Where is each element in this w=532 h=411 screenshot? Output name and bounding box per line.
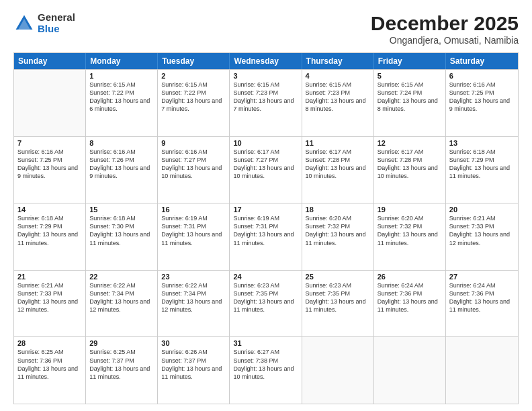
- logo: General Blue: [13, 12, 75, 34]
- day-number: 3: [233, 72, 298, 80]
- cal-week-3: 21Sunrise: 6:21 AMSunset: 7:33 PMDayligh…: [14, 270, 518, 337]
- day-number: 20: [449, 205, 515, 214]
- cell-info: Sunrise: 6:15 AMSunset: 7:24 PMDaylight:…: [378, 81, 442, 113]
- cal-cell: 7Sunrise: 6:16 AMSunset: 7:25 PMDaylight…: [14, 137, 86, 203]
- day-number: 10: [233, 139, 298, 147]
- cell-info: Sunrise: 6:25 AMSunset: 7:36 PMDaylight:…: [17, 348, 82, 381]
- calendar: SundayMondayTuesdayWednesdayThursdayFrid…: [13, 52, 519, 404]
- cell-info: Sunrise: 6:16 AMSunset: 7:26 PMDaylight:…: [89, 148, 154, 181]
- day-number: 23: [161, 273, 226, 281]
- day-number: 29: [89, 339, 154, 347]
- cal-cell: 13Sunrise: 6:18 AMSunset: 7:29 PMDayligh…: [446, 137, 518, 203]
- day-number: 4: [306, 72, 370, 80]
- cal-week-0: 1Sunrise: 6:15 AMSunset: 7:22 PMDaylight…: [14, 69, 518, 136]
- cal-cell: 26Sunrise: 6:24 AMSunset: 7:36 PMDayligh…: [374, 271, 446, 337]
- cal-cell: 4Sunrise: 6:15 AMSunset: 7:23 PMDaylight…: [302, 70, 374, 136]
- day-number: 1: [89, 72, 154, 80]
- cal-cell: [446, 337, 518, 404]
- cell-info: Sunrise: 6:16 AMSunset: 7:27 PMDaylight:…: [161, 148, 226, 181]
- cal-cell: 3Sunrise: 6:15 AMSunset: 7:23 PMDaylight…: [230, 70, 302, 136]
- day-number: 26: [378, 273, 442, 281]
- cell-info: Sunrise: 6:24 AMSunset: 7:36 PMDaylight:…: [378, 281, 442, 314]
- cal-cell: 9Sunrise: 6:16 AMSunset: 7:27 PMDaylight…: [158, 137, 230, 203]
- cal-cell: 19Sunrise: 6:20 AMSunset: 7:32 PMDayligh…: [374, 203, 446, 270]
- logo-icon: [13, 13, 35, 34]
- cal-cell: 23Sunrise: 6:22 AMSunset: 7:34 PMDayligh…: [158, 271, 230, 337]
- day-number: 2: [161, 72, 226, 80]
- day-number: 13: [449, 139, 515, 147]
- cal-cell: [374, 337, 446, 404]
- cell-info: Sunrise: 6:15 AMSunset: 7:23 PMDaylight:…: [306, 81, 370, 113]
- cal-cell: 15Sunrise: 6:18 AMSunset: 7:30 PMDayligh…: [86, 203, 158, 270]
- cell-info: Sunrise: 6:19 AMSunset: 7:31 PMDaylight:…: [161, 214, 226, 247]
- header: General Blue December 2025 Ongandjera, O…: [13, 12, 519, 46]
- day-number: 21: [17, 273, 82, 281]
- calendar-header: SundayMondayTuesdayWednesdayThursdayFrid…: [14, 53, 518, 69]
- cell-info: Sunrise: 6:23 AMSunset: 7:35 PMDaylight:…: [233, 281, 298, 314]
- cal-cell: 11Sunrise: 6:17 AMSunset: 7:28 PMDayligh…: [302, 137, 374, 203]
- cal-cell: 21Sunrise: 6:21 AMSunset: 7:33 PMDayligh…: [14, 271, 86, 337]
- day-number: 19: [378, 205, 442, 214]
- cell-info: Sunrise: 6:22 AMSunset: 7:34 PMDaylight:…: [89, 281, 154, 314]
- cal-cell: 24Sunrise: 6:23 AMSunset: 7:35 PMDayligh…: [230, 271, 302, 337]
- cell-info: Sunrise: 6:23 AMSunset: 7:35 PMDaylight:…: [306, 281, 370, 314]
- cell-info: Sunrise: 6:26 AMSunset: 7:37 PMDaylight:…: [161, 348, 226, 381]
- month-title: December 2025: [371, 12, 519, 35]
- cal-cell: [302, 337, 374, 404]
- cal-cell: 29Sunrise: 6:25 AMSunset: 7:37 PMDayligh…: [86, 337, 158, 404]
- day-number: 24: [233, 273, 298, 281]
- cell-info: Sunrise: 6:15 AMSunset: 7:22 PMDaylight:…: [89, 81, 154, 113]
- cell-info: Sunrise: 6:25 AMSunset: 7:37 PMDaylight:…: [89, 348, 154, 381]
- day-number: 14: [17, 205, 82, 214]
- logo-general-text: General: [38, 12, 75, 24]
- logo-blue-text: Blue: [38, 24, 75, 35]
- day-number: 11: [306, 139, 370, 147]
- day-number: 31: [233, 339, 298, 347]
- cell-info: Sunrise: 6:20 AMSunset: 7:32 PMDaylight:…: [378, 214, 442, 247]
- day-number: 18: [306, 205, 370, 214]
- cal-header-sunday: Sunday: [14, 53, 86, 69]
- day-number: 8: [89, 139, 154, 147]
- cal-cell: 10Sunrise: 6:17 AMSunset: 7:27 PMDayligh…: [230, 137, 302, 203]
- day-number: 25: [306, 273, 370, 281]
- cal-cell: 6Sunrise: 6:16 AMSunset: 7:25 PMDaylight…: [446, 70, 518, 136]
- cal-cell: 18Sunrise: 6:20 AMSunset: 7:32 PMDayligh…: [302, 203, 374, 270]
- cal-cell: 2Sunrise: 6:15 AMSunset: 7:22 PMDaylight…: [158, 70, 230, 136]
- title-block: December 2025 Ongandjera, Omusati, Namib…: [371, 12, 519, 46]
- cal-cell: 17Sunrise: 6:19 AMSunset: 7:31 PMDayligh…: [230, 203, 302, 270]
- cal-cell: 16Sunrise: 6:19 AMSunset: 7:31 PMDayligh…: [158, 203, 230, 270]
- cell-info: Sunrise: 6:18 AMSunset: 7:29 PMDaylight:…: [17, 214, 82, 247]
- day-number: 6: [449, 72, 515, 80]
- day-number: 22: [89, 273, 154, 281]
- cal-cell: 30Sunrise: 6:26 AMSunset: 7:37 PMDayligh…: [158, 337, 230, 404]
- day-number: 30: [161, 339, 226, 347]
- day-number: 16: [161, 205, 226, 214]
- cal-cell: 20Sunrise: 6:21 AMSunset: 7:33 PMDayligh…: [446, 203, 518, 270]
- day-number: 17: [233, 205, 298, 214]
- cell-info: Sunrise: 6:27 AMSunset: 7:38 PMDaylight:…: [233, 348, 298, 381]
- cal-header-saturday: Saturday: [446, 53, 518, 69]
- cell-info: Sunrise: 6:17 AMSunset: 7:28 PMDaylight:…: [378, 148, 442, 181]
- page: General Blue December 2025 Ongandjera, O…: [0, 0, 532, 411]
- cell-info: Sunrise: 6:19 AMSunset: 7:31 PMDaylight:…: [233, 214, 298, 247]
- cal-cell: 5Sunrise: 6:15 AMSunset: 7:24 PMDaylight…: [374, 70, 446, 136]
- cal-week-1: 7Sunrise: 6:16 AMSunset: 7:25 PMDaylight…: [14, 136, 518, 203]
- day-number: 9: [161, 139, 226, 147]
- cal-cell: 25Sunrise: 6:23 AMSunset: 7:35 PMDayligh…: [302, 271, 374, 337]
- day-number: 15: [89, 205, 154, 214]
- cal-header-friday: Friday: [374, 53, 446, 69]
- cell-info: Sunrise: 6:16 AMSunset: 7:25 PMDaylight:…: [449, 81, 515, 113]
- cell-info: Sunrise: 6:20 AMSunset: 7:32 PMDaylight:…: [306, 214, 370, 247]
- cell-info: Sunrise: 6:15 AMSunset: 7:23 PMDaylight:…: [233, 81, 298, 113]
- logo-text: General Blue: [38, 12, 75, 34]
- cal-cell: 14Sunrise: 6:18 AMSunset: 7:29 PMDayligh…: [14, 203, 86, 270]
- cal-header-monday: Monday: [86, 53, 158, 69]
- cal-cell: 27Sunrise: 6:24 AMSunset: 7:36 PMDayligh…: [446, 271, 518, 337]
- day-number: 5: [378, 72, 442, 80]
- cal-cell: 22Sunrise: 6:22 AMSunset: 7:34 PMDayligh…: [86, 271, 158, 337]
- cell-info: Sunrise: 6:18 AMSunset: 7:30 PMDaylight:…: [89, 214, 154, 247]
- cell-info: Sunrise: 6:15 AMSunset: 7:22 PMDaylight:…: [161, 81, 226, 113]
- cell-info: Sunrise: 6:24 AMSunset: 7:36 PMDaylight:…: [449, 281, 515, 314]
- day-number: 12: [378, 139, 442, 147]
- cal-cell: 31Sunrise: 6:27 AMSunset: 7:38 PMDayligh…: [230, 337, 302, 404]
